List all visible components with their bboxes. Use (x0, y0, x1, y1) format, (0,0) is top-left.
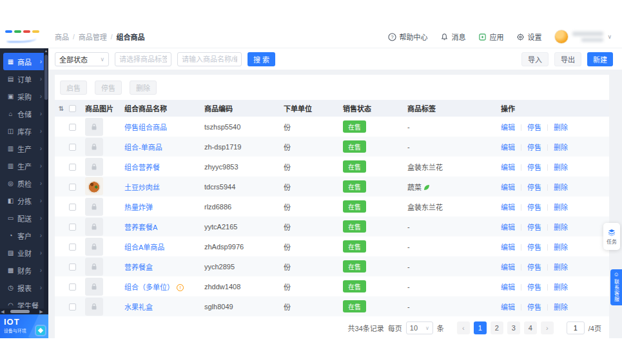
delete-link[interactable]: 删除 (554, 224, 568, 231)
import-button[interactable]: 导入 (521, 52, 549, 66)
batch-stop-sale-button[interactable]: 停售 (95, 81, 122, 95)
edit-link[interactable]: 编辑 (501, 164, 515, 171)
delete-link[interactable]: 删除 (554, 263, 568, 271)
sidebar-item[interactable]: ▥ 生产 › (3, 140, 45, 157)
stop-sale-link[interactable]: 停售 (527, 184, 541, 191)
row-checkbox[interactable] (69, 124, 76, 131)
sidebar-item[interactable]: ⌂ 仓储 › (3, 105, 45, 122)
stop-sale-link[interactable]: 停售 (527, 204, 541, 211)
sidebar-item[interactable]: ▦ 商品 › (3, 53, 45, 70)
scroll-right-icon[interactable]: ▶ (39, 309, 44, 314)
edit-link[interactable]: 编辑 (501, 283, 515, 291)
row-checkbox[interactable] (69, 184, 76, 191)
help-center-link[interactable]: ? 帮助中心 (388, 32, 427, 42)
delete-link[interactable]: 删除 (554, 164, 568, 171)
tag-filter-input[interactable] (119, 55, 167, 63)
sidebar-item[interactable]: ◧ 分拣 › (3, 192, 45, 209)
sidebar-item[interactable]: ▭ 配送 › (3, 209, 45, 227)
page-jump-input[interactable] (567, 321, 585, 334)
user-menu[interactable]: ∨ (554, 30, 612, 44)
product-name-link[interactable]: 组合-单商品 (124, 144, 162, 151)
row-checkbox[interactable] (69, 204, 76, 211)
stop-sale-link[interactable]: 停售 (527, 124, 541, 131)
delete-link[interactable]: 删除 (554, 244, 568, 251)
stop-sale-link[interactable]: 停售 (527, 144, 541, 151)
breadcrumb-item[interactable]: 商品 (55, 32, 69, 42)
select-all-checkbox[interactable] (69, 105, 76, 112)
product-name-link[interactable]: 组合A单商品 (124, 244, 164, 251)
row-checkbox[interactable] (69, 144, 76, 151)
row-checkbox[interactable] (69, 224, 76, 231)
row-checkbox[interactable] (69, 244, 76, 251)
product-name-link[interactable]: 热量炸弹 (124, 204, 153, 211)
edit-link[interactable]: 编辑 (501, 303, 515, 311)
sidebar-item[interactable]: ▥ 生产 › (3, 157, 45, 175)
create-button[interactable]: 新建 (587, 52, 613, 66)
edit-link[interactable]: 编辑 (501, 204, 515, 211)
edit-link[interactable]: 编辑 (501, 263, 515, 271)
stop-sale-link[interactable]: 停售 (527, 224, 541, 231)
page-number-button[interactable]: 1 (474, 321, 487, 334)
page-number-button[interactable]: 3 (507, 321, 520, 334)
sidebar-vertical-scrollbar[interactable]: ▲ (44, 48, 48, 314)
stop-sale-link[interactable]: 停售 (527, 244, 541, 251)
batch-start-sale-button[interactable]: 启售 (60, 81, 87, 95)
scrollbar-thumb[interactable] (44, 55, 48, 100)
sidebar-item[interactable]: ▨ 业财 › (3, 244, 45, 262)
stop-sale-link[interactable]: 停售 (527, 164, 541, 171)
page-number-button[interactable]: 4 (524, 321, 537, 334)
delete-link[interactable]: 删除 (554, 283, 568, 291)
delete-link[interactable]: 删除 (554, 124, 568, 131)
edit-link[interactable]: 编辑 (501, 124, 515, 131)
search-button[interactable]: 搜 索 (248, 52, 275, 66)
product-name-link[interactable]: 组合（多单位） (124, 283, 174, 291)
sidebar-item[interactable]: ◫ 库存 › (3, 122, 45, 140)
delete-link[interactable]: 删除 (554, 204, 568, 211)
customer-service-tab[interactable]: ☺ 联系客服 (610, 269, 622, 305)
product-name-link[interactable]: 停售组合商品 (124, 124, 167, 131)
edit-link[interactable]: 编辑 (501, 244, 515, 251)
scroll-left-icon[interactable]: ◀ (0, 309, 5, 314)
batch-delete-button[interactable]: 删除 (130, 81, 157, 95)
stop-sale-link[interactable]: 停售 (527, 303, 541, 311)
column-sort-icon[interactable]: ⇅ (59, 105, 64, 112)
sidebar-item[interactable]: ▩ 财务 › (3, 262, 45, 279)
per-page-select[interactable]: 10 ∨ (406, 321, 433, 334)
product-name-link[interactable]: 水果礼盒 (124, 303, 153, 311)
scrollbar-thumb[interactable] (10, 310, 30, 313)
stop-sale-link[interactable]: 停售 (527, 283, 541, 291)
sidebar-item[interactable]: ▤ 订单 › (3, 70, 45, 88)
delete-link[interactable]: 删除 (554, 184, 568, 191)
delete-link[interactable]: 删除 (554, 303, 568, 311)
page-number-button[interactable]: 2 (491, 321, 503, 334)
status-select[interactable]: 全部状态 ∨ (55, 52, 109, 66)
product-name-link[interactable]: 组合营养餐 (124, 164, 160, 171)
sidebar-item[interactable]: ▣ 采购 › (3, 88, 45, 105)
product-name-link[interactable]: 土豆炒肉丝 (124, 184, 160, 191)
prev-page-button[interactable]: ‹ (457, 321, 470, 334)
next-page-button[interactable]: › (541, 321, 554, 334)
product-name-link[interactable]: 营养餐盒 (124, 263, 153, 271)
edit-link[interactable]: 编辑 (501, 144, 515, 151)
row-checkbox[interactable] (69, 283, 76, 291)
iot-banner[interactable]: IOT 设备与环境 (0, 314, 48, 338)
stop-sale-link[interactable]: 停售 (527, 263, 541, 271)
row-checkbox[interactable] (69, 303, 76, 311)
edit-link[interactable]: 编辑 (501, 184, 515, 191)
product-name-link[interactable]: 营养套餐A (124, 224, 157, 231)
keyword-input[interactable] (182, 55, 237, 63)
delete-link[interactable]: 删除 (554, 144, 568, 151)
export-button[interactable]: 导出 (554, 52, 581, 66)
settings-link[interactable]: 设置 (516, 32, 541, 42)
task-float-button[interactable]: 任务 (603, 223, 620, 250)
breadcrumb-item[interactable]: 商品管理 (79, 32, 107, 42)
row-checkbox[interactable] (69, 263, 76, 271)
edit-link[interactable]: 编辑 (501, 224, 515, 231)
scroll-up-icon[interactable]: ▲ (44, 48, 48, 54)
sidebar-horizontal-scrollbar[interactable]: ◀ ▶ (0, 309, 44, 314)
apps-link[interactable]: 应用 (478, 32, 503, 42)
warning-info-icon[interactable]: ! (177, 284, 184, 291)
sidebar-item[interactable]: ◎ 质检 › (3, 175, 45, 192)
messages-link[interactable]: 消息 (440, 32, 465, 42)
sidebar-item[interactable]: ◔ 客户 › (3, 227, 45, 244)
